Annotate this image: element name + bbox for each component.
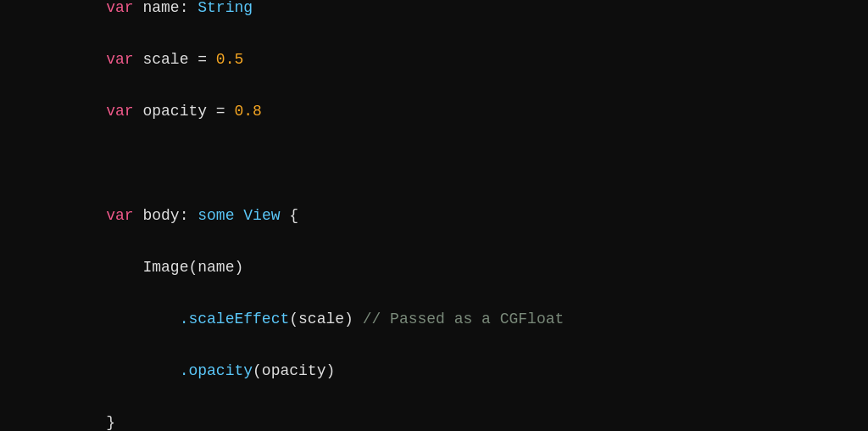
colon-1: : [180, 0, 198, 16]
var-body: body [142, 207, 179, 224]
keyword-var-3: var [106, 103, 142, 120]
method-scale-effect: .scaleEffect [180, 311, 290, 327]
indent-8 [70, 414, 106, 431]
indent-5 [70, 259, 142, 276]
keyword-var-1: var [106, 0, 142, 16]
indent-3 [70, 103, 106, 120]
keyword-var-4: var [106, 207, 142, 224]
type-string: String [198, 0, 253, 16]
colon-2: : [180, 207, 198, 224]
indent-6 [70, 311, 180, 327]
type-view-2: View [243, 207, 280, 224]
var-name: name [142, 0, 179, 16]
eq-2: = [216, 103, 235, 120]
indent-1 [70, 0, 106, 16]
keyword-var-2: var [106, 51, 142, 68]
brace-close-1: } [106, 414, 115, 431]
comment-passed: // Passed as a CGFloat [363, 311, 565, 327]
image-call: Image(name) [142, 259, 243, 276]
code-container: struct DecorationImage: View { var name:… [27, 0, 841, 431]
indent-4 [70, 207, 106, 224]
brace-open-2: { [281, 207, 299, 224]
var-scale: scale [142, 51, 198, 68]
indent-7 [70, 362, 180, 379]
code-block: struct DecorationImage: View { var name:… [70, 0, 798, 431]
var-opacity: opacity [142, 103, 215, 120]
opacity-arg: (opacity) [253, 362, 335, 379]
eq-1: = [198, 51, 216, 68]
number-08: 0.8 [234, 103, 261, 120]
number-05: 0.5 [216, 51, 243, 68]
scale-arg: (scale) [289, 311, 362, 327]
keyword-some: some [198, 207, 243, 224]
method-opacity: .opacity [180, 362, 253, 379]
indent-2 [70, 51, 106, 68]
